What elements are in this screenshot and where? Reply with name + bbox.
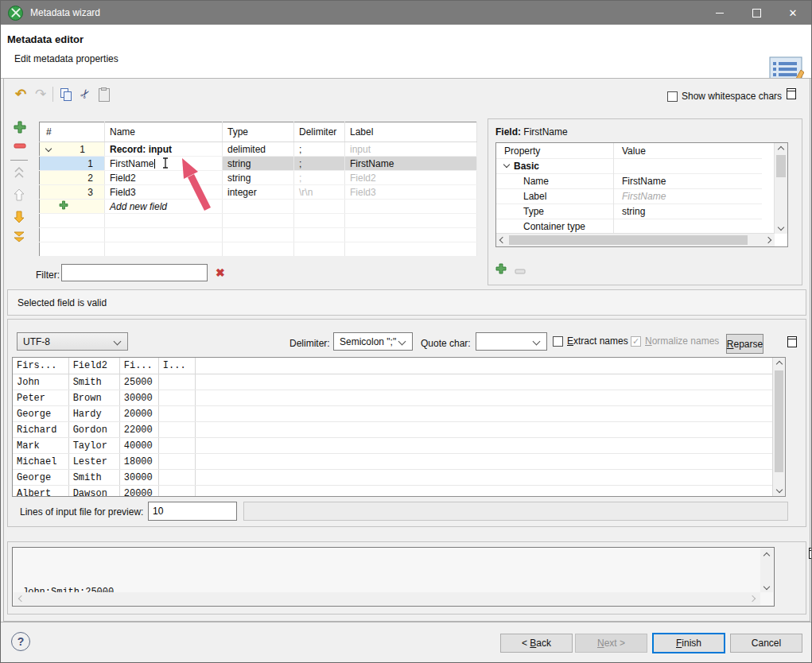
preview-row: PeterBrown30000 [13, 390, 785, 406]
property-row[interactable]: Container type [496, 219, 762, 234]
col-header-num[interactable]: # [40, 122, 105, 142]
clear-filter-icon[interactable]: ✖ [216, 266, 225, 279]
scroll-up-icon[interactable] [775, 361, 782, 367]
property-row[interactable]: Label FirstName [496, 188, 762, 204]
help-button[interactable]: ? [11, 632, 30, 651]
scroll-left-icon[interactable] [499, 237, 506, 243]
preview-col-header[interactable]: Field2 [68, 358, 119, 374]
scroll-down-icon[interactable] [763, 584, 770, 590]
property-value[interactable]: string [614, 204, 762, 219]
field-type[interactable]: integer [223, 185, 294, 200]
property-vscrollbar[interactable] [774, 143, 787, 234]
show-whitespace-label: Show whitespace chars [682, 91, 782, 102]
scroll-thumb[interactable] [775, 370, 783, 472]
field-row[interactable]: 3 Field3 integer \r\n Field3 [40, 185, 477, 200]
scroll-down-icon[interactable] [775, 487, 782, 493]
raw-preview-box[interactable]: John;Smith;25000 Peter;Brown;30000 Georg… [12, 547, 775, 607]
field-label[interactable]: Field3 [345, 185, 477, 200]
move-top-button[interactable] [13, 165, 25, 182]
checkbox-box[interactable] [553, 336, 563, 347]
maximize-view-icon-top[interactable] [787, 88, 796, 99]
cancel-button[interactable]: Cancel [730, 634, 802, 653]
value-col-header[interactable]: Value [614, 143, 762, 158]
maximize-view-icon-middle[interactable] [787, 336, 797, 347]
preview-col-header[interactable]: I... [158, 358, 195, 374]
field-type[interactable]: string [223, 157, 294, 171]
scroll-down-icon[interactable] [778, 224, 784, 231]
col-header-label[interactable]: Label [345, 122, 477, 142]
property-col-header[interactable]: Property [496, 143, 614, 158]
field-type[interactable]: string [223, 171, 294, 185]
property-value[interactable]: FirstName [614, 173, 762, 188]
scroll-left-icon[interactable] [18, 595, 25, 602]
encoding-combo[interactable]: UTF-8 [17, 332, 128, 351]
scroll-thumb[interactable] [776, 155, 786, 177]
record-label[interactable]: input [345, 142, 477, 157]
maximize-view-icon-bottom[interactable] [809, 548, 812, 559]
col-header-name[interactable]: Name [105, 122, 223, 142]
undo-button[interactable]: ↶ [13, 86, 29, 102]
quote-char-combo[interactable] [476, 332, 547, 351]
move-down-button[interactable] [13, 209, 25, 227]
add-property-button[interactable] [495, 263, 507, 277]
scroll-thumb[interactable] [509, 235, 748, 245]
cut-button[interactable]: ✂ [77, 86, 93, 102]
property-row[interactable]: Type string [496, 204, 762, 219]
move-bottom-button[interactable] [13, 230, 25, 246]
preview-col-header[interactable]: Firs... [13, 358, 68, 374]
add-field-button[interactable] [14, 121, 26, 136]
raw-hscrollbar[interactable] [14, 592, 760, 605]
raw-vscrollbar[interactable] [760, 549, 773, 592]
property-value[interactable] [614, 219, 762, 234]
field-num[interactable]: 1 [40, 157, 105, 171]
field-row-selected[interactable]: 1 FirstName string ; FirstName [40, 157, 477, 171]
field-num[interactable]: 3 [40, 185, 105, 200]
preview-vscrollbar[interactable] [772, 358, 785, 496]
redo-button[interactable]: ↷ [33, 86, 49, 102]
maximize-button[interactable] [738, 1, 775, 25]
finish-button[interactable]: Finish [652, 633, 725, 653]
scroll-up-icon[interactable] [763, 552, 770, 559]
col-header-delimiter[interactable]: Delimiter [294, 122, 345, 142]
preview-lines-input[interactable] [148, 502, 237, 521]
scroll-right-icon[interactable] [765, 237, 771, 243]
collapse-chevron-icon[interactable] [45, 145, 52, 152]
checkbox-box[interactable] [667, 91, 678, 102]
copy-button[interactable] [58, 87, 74, 103]
scroll-right-icon[interactable] [749, 595, 756, 602]
property-hscrollbar[interactable] [496, 233, 775, 246]
close-button[interactable]: ✕ [775, 1, 811, 25]
show-whitespace-checkbox[interactable]: Show whitespace chars [667, 91, 782, 102]
field-label[interactable]: FirstName [345, 157, 477, 171]
record-delimiter[interactable]: ; [294, 142, 345, 157]
field-delimiter[interactable]: \r\n [294, 185, 345, 200]
paste-button[interactable] [96, 87, 112, 103]
chevron-down-icon [533, 338, 541, 346]
delimiter-combo[interactable]: Semicolon ";" [333, 332, 413, 351]
move-up-button[interactable] [13, 187, 25, 205]
back-button[interactable]: < Back [500, 634, 573, 653]
field-delimiter[interactable]: ; [294, 171, 345, 185]
record-type[interactable]: delimited [223, 142, 294, 157]
field-row[interactable]: 2 Field2 string ; Field2 [40, 171, 477, 185]
filter-input[interactable] [61, 264, 208, 281]
remove-property-button[interactable] [515, 266, 526, 277]
field-num[interactable]: 2 [40, 171, 105, 185]
field-delimiter[interactable]: ; [294, 157, 345, 171]
add-field-row[interactable]: Add new field [40, 200, 477, 214]
record-row[interactable]: 1 Record: input delimited ; input [40, 142, 477, 157]
field-label[interactable]: Field2 [345, 171, 477, 185]
copy-icon [60, 88, 72, 101]
reparse-button[interactable]: Reparse [726, 334, 763, 354]
scroll-up-icon[interactable] [778, 146, 784, 153]
remove-field-button[interactable] [14, 142, 26, 153]
property-value[interactable]: FirstName [614, 188, 762, 204]
minimize-button[interactable] [701, 1, 738, 25]
group-chevron-icon[interactable] [503, 161, 510, 168]
property-group-row[interactable]: Basic [496, 158, 762, 174]
extract-names-checkbox[interactable]: Extract names [553, 335, 628, 347]
col-header-type[interactable]: Type [223, 122, 294, 142]
property-row[interactable]: Name FirstName [496, 173, 762, 189]
preview-col-header[interactable]: Fi... [119, 358, 158, 374]
record-num: 1 [80, 144, 85, 155]
